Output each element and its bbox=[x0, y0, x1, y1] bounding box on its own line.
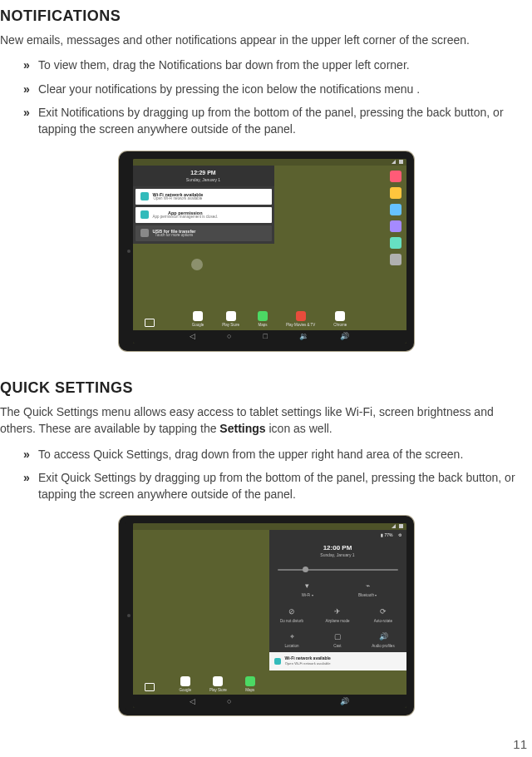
wifi-tile: ▾ Wi-Fi ▾ bbox=[278, 576, 338, 604]
notification-card: Wi-Fi network available Open Wi-Fi netwo… bbox=[135, 189, 272, 205]
notification-card: USB for file transfer Touch for more opt… bbox=[135, 225, 272, 241]
tablet-screen: Google Play Store Maps ▮ 77% ⚙ 12:00 PM … bbox=[133, 523, 406, 708]
tablet-illustration: Google Play Store Maps ▮ 77% ⚙ 12:00 PM … bbox=[119, 516, 414, 715]
cast-icon: ▢ bbox=[317, 631, 359, 642]
brightness-slider bbox=[278, 569, 398, 571]
widget-icon bbox=[390, 187, 401, 199]
battery-icon bbox=[399, 160, 403, 164]
notification-subtitle: App permission management is closed. bbox=[153, 215, 219, 220]
rotate-tile: ⟳ Auto-rotate bbox=[361, 603, 406, 628]
recents-icon: □ bbox=[264, 333, 268, 340]
clock-date: Sunday, January 1 bbox=[138, 177, 269, 183]
volume-down-icon: 🔉 bbox=[299, 333, 308, 340]
list-item: To view them, drag the Notifications bar… bbox=[23, 57, 532, 73]
nav-bar: ◁ ○ □ 🔉 🔊 bbox=[133, 695, 406, 708]
quick-settings-figure: Google Play Store Maps ▮ 77% ⚙ 12:00 PM … bbox=[0, 516, 532, 720]
status-bar bbox=[133, 523, 406, 530]
widget-icon bbox=[390, 204, 401, 215]
audio-icon: 🔊 bbox=[362, 631, 405, 642]
side-widgets bbox=[390, 171, 401, 265]
tablet-camera bbox=[127, 250, 131, 253]
notifications-figure: 12:29 PM Sunday, January 1 Wi-Fi network… bbox=[0, 151, 532, 355]
notifications-heading: NOTIFICATIONS bbox=[0, 5, 532, 27]
qs-row2: ⊘ Do not disturb ✈ Airplane mode ⟳ Auto-… bbox=[269, 603, 406, 628]
app-icon: Play Store bbox=[209, 676, 227, 694]
clock-date: Sunday, January 1 bbox=[276, 552, 400, 558]
usb-icon bbox=[140, 229, 149, 237]
bluetooth-icon: ⌁ bbox=[339, 581, 397, 591]
camera-widget-icon bbox=[145, 683, 155, 691]
app-dock: Google Play Store Maps bbox=[180, 676, 406, 694]
intro-text: icon as well. bbox=[266, 422, 332, 435]
wifi-icon: ▾ bbox=[279, 581, 337, 591]
shield-icon bbox=[140, 210, 149, 219]
notifications-intro: New emails, messages and other notificat… bbox=[0, 32, 532, 48]
list-item: Exit Notifications by dragging up from t… bbox=[23, 104, 532, 138]
signal-icon bbox=[392, 524, 396, 528]
app-icon: Chrome bbox=[333, 311, 347, 329]
quick-settings-bullets: To access Quick Settings, drag down from… bbox=[0, 446, 532, 503]
app-icon: Play Movies & TV bbox=[286, 311, 315, 329]
battery-icon bbox=[399, 524, 403, 528]
app-icon: Google bbox=[192, 311, 204, 329]
nav-bar: ◁ ○ □ 🔉 🔊 bbox=[133, 330, 406, 344]
widget-icon bbox=[390, 171, 401, 182]
page-number: 11 bbox=[513, 735, 527, 754]
volume-up-icon: 🔊 bbox=[340, 333, 349, 340]
home-icon: ○ bbox=[227, 333, 231, 340]
app-dock: Google Play Store Maps Play Movies & TV … bbox=[133, 311, 406, 329]
notifications-bullets: To view them, drag the Notifications bar… bbox=[0, 57, 532, 137]
back-icon: ◁ bbox=[190, 698, 195, 705]
list-item: To access Quick Settings, drag down from… bbox=[23, 446, 532, 463]
volume-up-icon: 🔊 bbox=[340, 698, 349, 705]
audio-tile: 🔊 Audio profiles bbox=[361, 628, 406, 653]
notification-subtitle: Open Wi-Fi network available bbox=[153, 197, 204, 201]
airplane-icon: ✈ bbox=[317, 606, 359, 617]
qs-row3: ⌖ Location ▢ Cast 🔊 Audio profiles bbox=[269, 628, 406, 653]
tablet-camera bbox=[127, 614, 131, 617]
settings-gear-icon: ⚙ bbox=[398, 532, 401, 538]
app-icon: Maps bbox=[258, 311, 268, 329]
cast-tile: ▢ Cast bbox=[315, 628, 361, 653]
tablet-illustration: 12:29 PM Sunday, January 1 Wi-Fi network… bbox=[119, 151, 414, 351]
quick-settings-intro: The Quick Settings menu allows easy acce… bbox=[0, 403, 532, 438]
location-icon: ⌖ bbox=[271, 631, 313, 642]
settings-word: Settings bbox=[219, 422, 265, 435]
back-icon: ◁ bbox=[190, 333, 195, 340]
dnd-icon: ⊘ bbox=[271, 606, 313, 617]
home-icon: ○ bbox=[227, 698, 231, 705]
qs-notification-card: Wi-Fi network available Open Wi-Fi netwo… bbox=[269, 652, 406, 670]
dnd-tile: ⊘ Do not disturb bbox=[269, 603, 315, 628]
auto-rotate-icon: ⟳ bbox=[362, 606, 405, 617]
qs-row1: ▾ Wi-Fi ▾ ⌁ Bluetooth ▾ bbox=[269, 576, 406, 604]
app-icon: Play Store bbox=[222, 311, 239, 329]
list-item: Exit Quick Settings by dragging up from … bbox=[23, 469, 532, 503]
app-icon: Maps bbox=[245, 676, 255, 694]
list-item: Clear your notifications by pressing the… bbox=[23, 81, 532, 97]
quick-settings-heading: QUICK SETTINGS bbox=[0, 377, 532, 398]
battery-text: ▮ 77% bbox=[381, 532, 392, 538]
qs-header: 12:00 PM Sunday, January 1 bbox=[269, 542, 406, 564]
notification-header: 12:29 PM Sunday, January 1 bbox=[133, 166, 274, 186]
widget-icon bbox=[390, 237, 401, 249]
notification-card: App permission App permission management… bbox=[135, 207, 272, 223]
notification-title: Wi-Fi network available bbox=[285, 656, 331, 661]
notification-panel: 12:29 PM Sunday, January 1 Wi-Fi network… bbox=[133, 166, 274, 244]
notification-subtitle: Touch for more options bbox=[153, 234, 196, 238]
status-bar bbox=[133, 159, 406, 166]
bluetooth-tile: ⌁ Bluetooth ▾ bbox=[337, 576, 398, 604]
tablet-screen: 12:29 PM Sunday, January 1 Wi-Fi network… bbox=[133, 159, 406, 344]
wifi-icon bbox=[274, 658, 281, 665]
wifi-icon bbox=[140, 192, 149, 200]
clock-time: 12:00 PM bbox=[276, 543, 400, 553]
widget-icon bbox=[390, 220, 401, 232]
notification-subtitle: Open Wi-Fi network available bbox=[285, 661, 331, 666]
quick-settings-panel: ▮ 77% ⚙ 12:00 PM Sunday, January 1 ▾ Wi-… bbox=[269, 530, 406, 670]
airplane-tile: ✈ Airplane mode bbox=[315, 603, 361, 628]
widget-icon bbox=[390, 254, 401, 265]
clear-all-icon bbox=[191, 259, 203, 270]
app-icon: Google bbox=[180, 676, 192, 694]
clock-time: 12:29 PM bbox=[138, 169, 269, 177]
location-tile: ⌖ Location bbox=[269, 628, 315, 653]
qs-top-bar: ▮ 77% ⚙ bbox=[269, 530, 406, 541]
